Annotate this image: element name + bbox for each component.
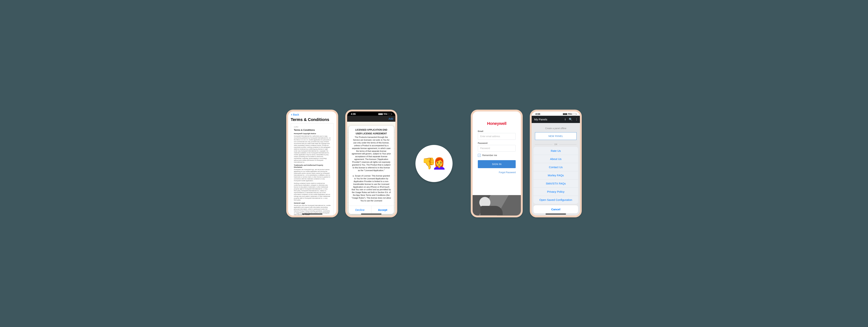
appbar-title: My Panels (534, 118, 562, 121)
chevron-left-icon: ‹ (291, 113, 292, 117)
more-icon[interactable]: ⋮ (575, 118, 578, 121)
add-button[interactable]: Add (389, 117, 393, 120)
app-bar: My Panels ᚼ 🔍 ⋮ (532, 116, 580, 123)
back-label: Back (293, 113, 299, 116)
terms-document[interactable]: 1 of 2 Terms & Conditions Honeywell Copy… (291, 123, 334, 217)
sheet-item-morley-faqs[interactable]: Morley FAQs (533, 171, 578, 179)
or-label: OR (554, 143, 557, 146)
signal-icon: ▮▮▮▮ (378, 113, 383, 115)
sign-in-button[interactable]: SIGN IN (478, 160, 516, 168)
home-indicator[interactable] (546, 214, 566, 214)
memoji-avatar: 👎 👩‍🦰 (415, 145, 453, 182)
nav-bar: Add (347, 116, 395, 122)
sheet-item-privacy-policy[interactable]: Privacy Policy (533, 188, 578, 196)
placeholder-text: Enter email address (480, 135, 500, 138)
network-label: 5Gᴇ (383, 113, 387, 115)
password-input[interactable]: Password (478, 145, 516, 152)
section-body: Honeywell, the Honeywell logo, and all p… (294, 169, 331, 182)
center-illustration: 👎 👩‍🦰 (404, 110, 464, 217)
create-panel-label: Create a panel offline (535, 127, 577, 130)
forgot-password-link[interactable]: Forgot Password (478, 171, 516, 174)
sheet-item-rate-us[interactable]: Rate Us (533, 147, 578, 155)
email-label: Email (478, 130, 516, 132)
sheet-item-smx-stx-faqs[interactable]: SMX/STX FAQs (533, 179, 578, 188)
section-heading-copyright: Honeywell Copyright Notice (294, 133, 331, 135)
eula-dialog: LICENSED APPLICATION END USER LICENSE AG… (349, 126, 394, 214)
sheet-item-about-us[interactable]: About Us (533, 155, 578, 163)
page-indicator: 1 of 2 (294, 126, 331, 128)
section-heading-trademarks: Trademarks and Intellectual Property Dis… (294, 164, 331, 169)
email-input[interactable]: Enter email address (478, 133, 516, 140)
eula-body: a. Scope of License: This license grante… (351, 175, 391, 202)
bluetooth-icon[interactable]: ᚼ (564, 118, 566, 121)
page-title: Terms & Conditions (291, 117, 334, 122)
eula-accept-button[interactable]: Accept (371, 206, 394, 214)
signal-icon: ▮▮▮▮ (563, 113, 567, 115)
sheet-cancel-button[interactable]: Cancel (533, 205, 578, 213)
footer-image (473, 195, 521, 215)
action-sheet: Rate Us About Us Contact Us Morley FAQs … (533, 147, 578, 213)
eula-decline-button[interactable]: Decline (349, 206, 371, 214)
back-button[interactable]: ‹ Back (291, 112, 334, 117)
eula-title-line: USER LICENSE AGREEMENT (351, 132, 391, 135)
or-divider: OR (535, 143, 577, 146)
eula-body: The Products transacted through the Serv… (351, 136, 391, 172)
password-label: Password (478, 142, 516, 144)
battery-icon (388, 113, 392, 115)
section-heading-general: General Legal (294, 202, 331, 204)
section-body: Nothing contained herein shall be constr… (294, 182, 331, 201)
phone-login: Honeywell Email Enter email address Pass… (471, 110, 523, 217)
network-label: 5Gᴇ (568, 113, 572, 115)
phone-my-panels: 4:04 ▮▮▮▮ 5Gᴇ My Panels ᚼ 🔍 ⋮ Create a p… (530, 110, 582, 217)
doc-title: Terms & Conditions (294, 129, 331, 131)
remember-me-row[interactable]: ✓ Remember me (478, 154, 516, 157)
status-time: 4:06 (351, 113, 356, 115)
home-indicator[interactable] (361, 214, 381, 214)
status-bar: 4:04 ▮▮▮▮ 5Gᴇ (532, 112, 580, 116)
action-sheet-list: Rate Us About Us Contact Us Morley FAQs … (533, 147, 578, 204)
search-icon[interactable]: 🔍 (569, 118, 572, 121)
checkbox-checked-icon[interactable]: ✓ (478, 154, 481, 157)
home-indicator[interactable] (302, 214, 322, 214)
status-bar: 4:06 ▮▮▮▮ 5Gᴇ (347, 112, 395, 116)
placeholder-text: Password (480, 147, 490, 150)
face-icon: 👩‍🦰 (432, 158, 446, 169)
remember-label: Remember me (482, 154, 497, 157)
section-body: Honeywell International Inc. authorizes … (294, 135, 331, 163)
new-panel-button[interactable]: NEW PANEL (535, 132, 577, 140)
battery-icon (572, 113, 576, 115)
sheet-item-contact-us[interactable]: Contact Us (533, 163, 578, 171)
status-time: 4:04 (535, 113, 540, 115)
honeywell-logo: Honeywell (478, 121, 516, 126)
sheet-item-open-saved[interactable]: Open Saved Configuration (533, 196, 578, 204)
eula-title-line: LICENSED APPLICATION END (351, 128, 391, 131)
phone-terms: ‹ Back Terms & Conditions 1 of 2 Terms &… (286, 110, 338, 217)
phone-eula: 4:06 ▮▮▮▮ 5Gᴇ Add LICENSED APPLICATION E… (345, 110, 397, 217)
